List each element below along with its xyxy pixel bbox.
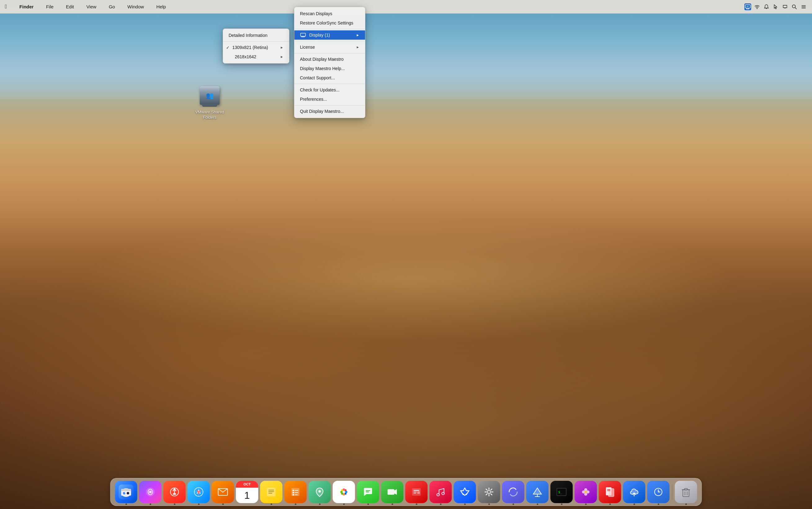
- dock-transmit[interactable]: [526, 481, 549, 503]
- vmware-shared-folders-icon[interactable]: 👥 VMware Shared Folders: [194, 83, 225, 120]
- dock-music[interactable]: [429, 481, 452, 503]
- svg-rect-0: [745, 5, 750, 8]
- svg-text:$_: $_: [558, 490, 563, 494]
- dock-finder[interactable]: [115, 481, 137, 503]
- quit-display-maestro-item[interactable]: Quit Display Maestro...: [294, 107, 365, 116]
- dock-transloader[interactable]: [647, 481, 670, 503]
- edit-menu[interactable]: Edit: [64, 3, 76, 10]
- check-updates-item[interactable]: Check for Updates...: [294, 85, 365, 95]
- dock-klok[interactable]: [212, 481, 234, 503]
- about-display-maestro-item[interactable]: About Display Maestro: [294, 55, 365, 64]
- dock-messages[interactable]: [357, 481, 379, 503]
- go-menu[interactable]: Go: [106, 3, 118, 10]
- vmware-drive-image: 👥: [197, 83, 222, 108]
- svg-point-47: [343, 494, 345, 496]
- notification-center-icon[interactable]: [800, 3, 807, 10]
- license-arrow-icon: ►: [356, 45, 359, 49]
- svg-point-46: [345, 491, 347, 493]
- dock-news[interactable]: [405, 481, 428, 503]
- svg-point-52: [341, 493, 343, 495]
- dock-appstore[interactable]: [454, 481, 476, 503]
- license-item[interactable]: License ►: [294, 42, 365, 52]
- search-icon[interactable]: [791, 3, 798, 10]
- display-maestro-help-item[interactable]: Display Maestro Help...: [294, 64, 365, 73]
- rescan-displays-item[interactable]: Rescan Displays: [294, 9, 365, 18]
- menubar-right: [744, 3, 807, 10]
- check-updates-label: Check for Updates...: [300, 88, 339, 92]
- checkmark-icon: ✓: [226, 45, 230, 50]
- monitor-icon: [300, 33, 306, 37]
- svg-point-20: [123, 492, 126, 495]
- svg-point-48: [340, 491, 343, 493]
- dock-siri[interactable]: [139, 481, 162, 503]
- svg-point-6: [757, 8, 757, 9]
- svg-point-65: [488, 490, 491, 494]
- svg-marker-66: [533, 488, 542, 494]
- preferences-label: Preferences...: [300, 97, 327, 102]
- menu-sep-5: [294, 105, 365, 105]
- resolution-2618-item[interactable]: 2618x1642 ►: [223, 52, 289, 61]
- svg-rect-56: [388, 489, 394, 495]
- contact-support-label: Contact Support...: [300, 75, 335, 80]
- dock-calendar[interactable]: OCT 1: [236, 481, 258, 503]
- dock-petal[interactable]: [575, 481, 597, 503]
- dock-separator: [672, 484, 673, 500]
- dock-safari[interactable]: [188, 481, 210, 503]
- svg-point-41: [292, 494, 294, 496]
- dock-terminal[interactable]: $_: [551, 481, 573, 503]
- display-1-item[interactable]: Display (1) ►: [294, 30, 365, 40]
- svg-point-37: [292, 490, 294, 491]
- rescan-displays-label: Rescan Displays: [300, 11, 332, 16]
- dock-coda[interactable]: [502, 481, 524, 503]
- display-maestro-menu: Rescan Displays Restore ColorSync Settin…: [294, 7, 365, 118]
- svg-point-45: [343, 488, 345, 491]
- svg-point-21: [127, 492, 129, 495]
- window-menu[interactable]: Window: [125, 3, 147, 10]
- finder-menu[interactable]: Finder: [17, 3, 36, 10]
- airplay-icon[interactable]: [782, 3, 788, 10]
- apple-menu-icon[interactable]: : [5, 3, 7, 10]
- resolution-1309-label: 1309x821 (Retina): [232, 45, 268, 50]
- svg-point-49: [341, 489, 343, 491]
- svg-point-43: [319, 490, 321, 493]
- submenu-separator-1: [223, 41, 289, 41]
- svg-line-8: [795, 7, 797, 9]
- dock-maps[interactable]: [308, 481, 331, 503]
- svg-point-53: [343, 491, 345, 493]
- svg-point-51: [345, 493, 347, 495]
- preferences-item[interactable]: Preferences...: [294, 95, 365, 104]
- view-menu[interactable]: View: [84, 3, 99, 10]
- dock-launchpad[interactable]: [163, 481, 186, 503]
- dock-trash[interactable]: [675, 481, 697, 503]
- desktop-background: [0, 0, 812, 509]
- menubar:  Finder File Edit View Go Window Help: [0, 0, 812, 14]
- resolution-1309-item[interactable]: ✓ 1309x821 (Retina) ►: [223, 43, 289, 52]
- dock-reminders[interactable]: [284, 481, 307, 503]
- menu-sep-4: [294, 84, 365, 84]
- help-menu[interactable]: Help: [154, 3, 168, 10]
- dock-photos[interactable]: [333, 481, 355, 503]
- arrow-right-2-icon: ►: [280, 55, 284, 59]
- cursor-icon[interactable]: [772, 3, 779, 10]
- desert-layer: [0, 0, 812, 509]
- dock-system-preferences[interactable]: [478, 481, 500, 503]
- dock-comixology[interactable]: [599, 481, 621, 503]
- restore-colorsync-item[interactable]: Restore ColorSync Settings: [294, 18, 365, 28]
- svg-rect-77: [609, 488, 614, 497]
- network-icon[interactable]: [754, 3, 760, 10]
- svg-rect-12: [300, 33, 305, 36]
- svg-point-50: [345, 489, 347, 491]
- display-maestro-icon[interactable]: [744, 3, 751, 10]
- dock-icloud[interactable]: [623, 481, 645, 503]
- about-label: About Display Maestro: [300, 57, 344, 62]
- file-menu[interactable]: File: [43, 3, 56, 10]
- display-1-left: Display (1): [300, 33, 330, 37]
- svg-point-39: [292, 492, 294, 494]
- menu-sep-1: [294, 29, 365, 29]
- svg-rect-25: [173, 493, 176, 495]
- notification-icon[interactable]: [763, 3, 770, 10]
- contact-support-item[interactable]: Contact Support...: [294, 73, 365, 82]
- resolution-2618-label: 2618x1642: [235, 54, 256, 59]
- dock-notes[interactable]: [260, 481, 283, 503]
- dock-facetime[interactable]: [381, 481, 403, 503]
